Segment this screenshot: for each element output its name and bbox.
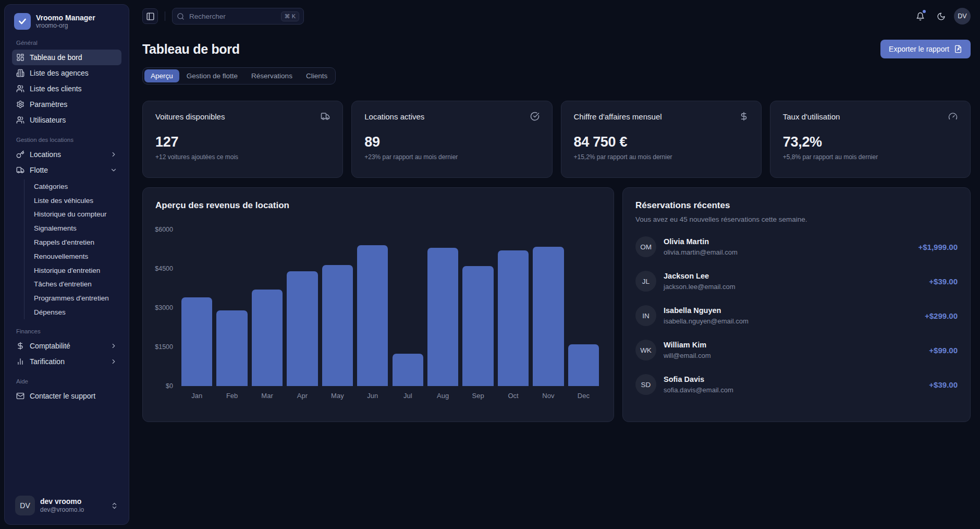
stat-subtext: +23% par rapport au mois dernier (364, 153, 539, 161)
app-logo-icon (14, 13, 31, 30)
search-input[interactable] (188, 12, 277, 21)
sidebar-item-parametres[interactable]: Paramètres (12, 97, 121, 112)
notifications-button[interactable] (912, 8, 928, 24)
bar-aug (427, 248, 458, 386)
dollar-icon (16, 342, 24, 350)
revenue-chart-card: Aperçu des revenus de location $0$1500$3… (142, 187, 614, 422)
sidebar-item-utilisateurs[interactable]: Utilisateurs (12, 112, 121, 128)
sidebar-item-label: Comptabilité (30, 342, 70, 350)
dark-mode-toggle-button[interactable] (933, 8, 949, 24)
search-box[interactable]: ⌘ K (172, 8, 304, 25)
sidebar-toggle-button[interactable] (142, 8, 158, 24)
tab-apercu[interactable]: Aperçu (144, 69, 179, 82)
x-tick-label: Jul (390, 392, 425, 400)
chart-x-axis: JanFebMarAprMayJunJulAugSepOctNovDec (179, 392, 601, 400)
avatar: JL (635, 271, 656, 292)
sidebar-item-liste-des-clients[interactable]: Liste des clients (12, 81, 121, 97)
tab-reservations[interactable]: Réservations (245, 69, 299, 82)
sidebar-nav: GénéralTableau de bordListe des agencesL… (12, 31, 121, 493)
sidebar-item-tarification[interactable]: Tarification (12, 354, 121, 369)
x-tick-label: Mar (250, 392, 285, 400)
stat-title: Voitures disponibles (155, 112, 225, 121)
export-report-button[interactable]: Exporter le rapport (880, 40, 971, 58)
sidebar-item-locations[interactable]: Locations (12, 147, 121, 162)
stat-card-taux-d-utilisation: Taux d'utilisation73,2%+5,8% par rapport… (770, 101, 971, 178)
bar-sep (462, 266, 493, 386)
avatar: OM (635, 236, 656, 257)
dollar-icon (739, 112, 749, 121)
truck-icon (16, 166, 24, 174)
file-export-icon (954, 45, 962, 53)
x-tick-label: Aug (425, 392, 460, 400)
section-label: Aide (16, 378, 121, 384)
x-tick-label: Jun (355, 392, 390, 400)
reservation-row-william-kim: WKWilliam Kimwill@email.com+$99.00 (635, 340, 958, 360)
x-tick-label: Jan (179, 392, 214, 400)
reservations-list: OMOlivia Martinolivia.martin@email.com+$… (635, 236, 958, 395)
sidebar-item-label: Contacter le support (30, 392, 95, 400)
sidebar-item-tableau-de-bord[interactable]: Tableau de bord (12, 50, 121, 65)
reservation-name: Jackson Lee (664, 272, 735, 281)
stat-value: 127 (155, 134, 330, 150)
sidebar-item-flotte[interactable]: Flotte (12, 162, 121, 178)
tab-gestion-de-flotte[interactable]: Gestion de flotte (180, 69, 244, 82)
bell-icon (916, 12, 925, 21)
user-email: dev@vroomo.io (40, 506, 84, 514)
chevrons-up-down-icon (111, 502, 118, 510)
sidebar-item-comptabilite[interactable]: Comptabilité (12, 338, 121, 354)
content-row: Aperçu des revenus de location $0$1500$3… (142, 187, 971, 422)
sidebar-section-gestion-des-locations: Gestion des locationsLocationsFlotteCaté… (12, 137, 121, 319)
y-tick-label: $4500 (155, 265, 173, 272)
sidebar-item-label: Flotte (30, 166, 48, 174)
sidebar-subitem-programmes-d-entretien[interactable]: Programmes d'entretien (31, 291, 121, 305)
settings-icon (16, 100, 24, 109)
org-switcher[interactable]: Vroomo Manager vroomo-org (12, 12, 121, 31)
user-menu[interactable]: DV dev vroomo dev@vroomo.io (12, 493, 121, 518)
sidebar-subitem-signalements[interactable]: Signalements (31, 221, 121, 235)
bar-feb (216, 310, 247, 386)
section-label: Finances (16, 328, 121, 334)
export-report-label: Exporter le rapport (889, 45, 949, 53)
topbar-actions: DV (912, 8, 971, 25)
bar-chart: $0$1500$3000$4500$6000 JanFebMarAprMayJu… (155, 230, 601, 400)
x-tick-label: Apr (285, 392, 320, 400)
sidebar-subitem-liste-des-vehicules[interactable]: Liste des véhicules (31, 194, 121, 208)
reservations-subtitle: Vous avez eu 45 nouvelles réservations c… (635, 215, 958, 223)
sidebar-subitem-rappels-d-entretien[interactable]: Rappels d'entretien (31, 235, 121, 249)
layout-dashboard-icon (16, 53, 24, 62)
x-tick-label: Dec (566, 392, 601, 400)
sidebar-section-finances: FinancesComptabilitéTarification (12, 328, 121, 369)
stat-card-locations-actives: Locations actives89+23% par rapport au m… (351, 101, 552, 178)
users-icon (16, 85, 24, 93)
section-label: Général (16, 40, 121, 46)
reservation-email: isabella.nguyen@email.com (664, 317, 749, 325)
x-tick-label: May (320, 392, 355, 400)
reservation-email: jackson.lee@email.com (664, 283, 735, 291)
bar-mar (252, 290, 283, 386)
bar-dec (568, 344, 599, 386)
reservation-name: William Kim (664, 341, 711, 350)
users-icon (16, 116, 24, 124)
reservation-email: sofia.davis@email.com (664, 386, 733, 394)
notification-dot (923, 10, 926, 13)
topbar-avatar[interactable]: DV (954, 8, 971, 25)
sidebar-subitem-taches-d-entretien[interactable]: Tâches d'entretien (31, 278, 121, 292)
stat-subtext: +12 voitures ajoutées ce mois (155, 153, 330, 161)
chevron-right-icon (110, 342, 117, 350)
sidebar-item-contacter-le-support[interactable]: Contacter le support (12, 388, 121, 404)
chevron-down-icon (110, 166, 117, 174)
sidebar-subitem-depenses[interactable]: Dépenses (31, 305, 121, 319)
reservations-title: Réservations récentes (635, 200, 958, 211)
search-icon (177, 13, 185, 20)
stat-value: 89 (364, 134, 539, 150)
sidebar-subitem-historique-d-entretien[interactable]: Historique d'entretien (31, 263, 121, 278)
stat-value: 73,2% (783, 134, 958, 150)
sidebar-subitem-categories[interactable]: Catégories (31, 179, 121, 194)
sidebar-subitem-historique-du-compteur[interactable]: Historique du compteur (31, 208, 121, 222)
section-label: Gestion des locations (16, 137, 121, 143)
tab-clients[interactable]: Clients (300, 69, 334, 82)
chart-plot (179, 230, 601, 386)
sidebar-item-liste-des-agences[interactable]: Liste des agences (12, 65, 121, 81)
sidebar-subitem-renouvellements[interactable]: Renouvellements (31, 249, 121, 263)
reservation-amount: +$1,999.00 (918, 243, 958, 251)
